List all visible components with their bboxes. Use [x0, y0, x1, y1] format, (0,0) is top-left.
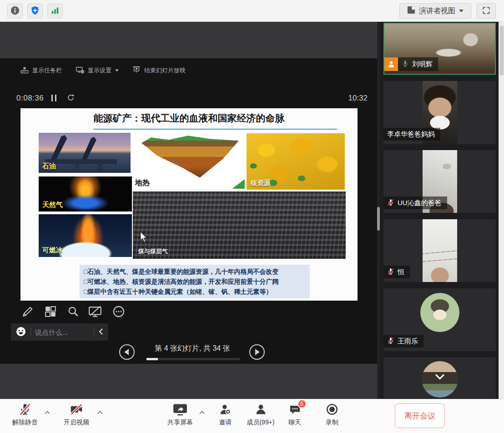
nuclear-image: 核资源 [247, 133, 345, 190]
end-slideshow-icon [132, 65, 141, 76]
slide-title: 能源矿产：现代工业的血液和国家经济的命脉 [20, 112, 358, 125]
participant-tile[interactable] [383, 357, 496, 398]
view-mode-button[interactable]: 演讲者视图 [399, 3, 471, 19]
record-label: 录制 [326, 418, 338, 427]
participant-tile[interactable]: 刘明辉 [383, 23, 496, 75]
coal-image: 煤与煤层气 [133, 191, 346, 259]
meeting-window: 演讲者视图 显示任务栏 显示设置 结束幻灯片放映 0:08:36 [0, 0, 504, 433]
magnifier-icon [67, 306, 79, 319]
show-taskbar-label: 显示任务栏 [32, 66, 62, 75]
combustible-ice-label: 可燃冰 [42, 246, 63, 255]
leave-meeting-button[interactable]: 离开会议 [395, 403, 445, 428]
black-screen-button[interactable] [86, 303, 104, 321]
end-slideshow-label: 结束幻灯片放映 [144, 66, 186, 75]
chevron-left-icon [98, 328, 104, 337]
pen-tool-button[interactable] [19, 303, 36, 321]
share-screen-icon [173, 403, 187, 416]
divider [94, 327, 94, 337]
slide-progress-bar [146, 358, 240, 360]
share-screen-button[interactable]: 共享屏幕 [167, 403, 193, 427]
pause-timer-button[interactable] [51, 95, 56, 101]
display-settings-label: 显示设置 [88, 66, 111, 75]
scroll-down-button[interactable] [435, 374, 445, 382]
record-icon [326, 403, 338, 416]
refresh-icon [66, 96, 75, 103]
more-tools-button[interactable] [110, 303, 127, 321]
camera-off-icon [70, 403, 83, 416]
invite-person-icon [219, 403, 232, 416]
previous-slide-button[interactable] [119, 344, 135, 360]
participant-tile[interactable]: 王雨乐 [383, 288, 496, 351]
chat-bubble-icon: 5 [289, 403, 301, 416]
share-screen-label: 共享屏幕 [167, 418, 193, 427]
chat-unread-badge: 5 [297, 399, 307, 408]
display-settings-button[interactable]: 显示设置 [76, 64, 119, 77]
end-slideshow-button[interactable]: 结束幻灯片放映 [132, 64, 186, 77]
emoji-button[interactable] [15, 326, 26, 338]
elapsed-timer: 0:08:36 [16, 94, 44, 103]
share-options-caret[interactable] [198, 409, 206, 416]
pen-icon [22, 306, 34, 319]
video-options-caret[interactable] [96, 409, 104, 416]
meeting-controls: 解除静音 开启视频 共享屏幕 邀请 [0, 399, 504, 433]
participant-name-tag: 刘明辉 [384, 57, 438, 71]
bullet-line: □煤层中含有近五十种关键金属元素（如锗、镓、钒、稀土元素等） [84, 287, 306, 297]
security-shield-button[interactable] [27, 4, 43, 18]
oil-label: 石油 [42, 162, 56, 171]
start-video-button[interactable]: 开启视频 [64, 403, 89, 427]
next-slide-button[interactable] [249, 344, 265, 360]
participant-tile[interactable]: UU沁鑫的爸爸 [383, 150, 496, 213]
participant-name: 李卓华爸爸妈妈 [387, 130, 435, 139]
slide-panel-button[interactable] [42, 303, 59, 321]
reset-timer-button[interactable] [66, 93, 75, 103]
chevron-down-icon [459, 10, 464, 12]
arrow-right-icon [255, 349, 260, 355]
magnifier-button[interactable] [65, 303, 82, 321]
members-button[interactable]: 成员(99+) [247, 403, 274, 427]
person-icon [254, 403, 267, 416]
coal-label: 煤与煤层气 [138, 247, 168, 256]
invite-label: 邀请 [219, 418, 232, 427]
participant-tile[interactable]: 恒 [383, 219, 496, 282]
chat-button[interactable]: 5 聊天 [288, 403, 301, 427]
layout-icon [407, 6, 415, 16]
geothermal-label: 地热 [135, 178, 150, 188]
fullscreen-icon [482, 6, 491, 16]
slide-bullets: □石油、天然气、煤是全球最重要的能源资源，几十年内格局不会改变 □可燃冰、地热、… [80, 265, 310, 298]
window-scrollbar[interactable] [499, 22, 504, 399]
mic-muted-icon [19, 403, 31, 416]
clock: 10:32 [344, 94, 368, 103]
tiles-icon [45, 306, 56, 319]
shield-plus-icon [30, 5, 40, 17]
network-stats-button[interactable] [47, 4, 63, 18]
nuclear-label: 核资源 [250, 179, 271, 187]
audio-options-caret[interactable] [44, 409, 51, 416]
avatar-icon [384, 57, 398, 71]
title-underline [93, 129, 337, 130]
scrollbar-handle[interactable] [500, 25, 504, 76]
show-taskbar-button[interactable]: 显示任务栏 [20, 64, 62, 77]
chat-input[interactable] [35, 328, 90, 336]
participant-name: 王雨乐 [398, 337, 418, 346]
record-button[interactable]: 录制 [326, 403, 338, 427]
top-bar: 演讲者视图 [0, 0, 504, 22]
start-video-label: 开启视频 [64, 418, 89, 427]
info-button[interactable] [7, 4, 23, 18]
stats-bars-icon [50, 5, 60, 17]
geothermal-image: 地热 [132, 131, 246, 189]
combustible-ice-image: 可燃冰 [39, 214, 132, 257]
mouse-cursor [140, 231, 147, 244]
unmute-label: 解除静音 [12, 418, 38, 427]
participant-name: UU沁鑫的爸爸 [398, 199, 442, 207]
arrow-left-icon [124, 349, 129, 355]
unmute-button[interactable]: 解除静音 [12, 403, 38, 427]
slide-progress-fill [146, 358, 158, 360]
participant-tile[interactable]: 李卓华爸爸妈妈 [383, 81, 496, 144]
fullscreen-button[interactable] [477, 3, 496, 19]
natural-gas-image: 天然气 [39, 176, 132, 211]
members-label: 成员(99+) [247, 418, 274, 427]
quick-chat-bar [11, 323, 108, 341]
invite-button[interactable]: 邀请 [219, 403, 232, 427]
collapse-chat-button[interactable] [98, 328, 104, 337]
mic-muted-icon [387, 337, 394, 346]
